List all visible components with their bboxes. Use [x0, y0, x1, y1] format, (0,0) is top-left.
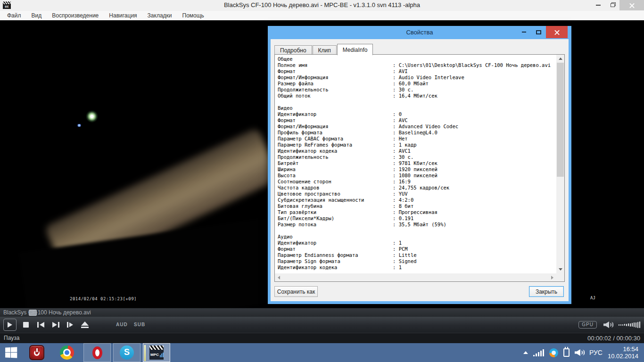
stop-icon — [23, 322, 29, 328]
taskbar-mpc-button[interactable]: MPC — [143, 343, 170, 362]
vertical-scroll-thumb[interactable] — [557, 63, 564, 177]
close-dialog-button[interactable]: Закрыть — [529, 286, 564, 297]
mediainfo-row: Битрейт: 9781 Кбит/сек — [278, 160, 556, 166]
play-icon — [8, 322, 12, 328]
horizontal-scrollbar[interactable] — [275, 273, 556, 281]
arrow-down-icon — [559, 268, 562, 271]
mediainfo-row: Идентификатор: 1 — [278, 240, 556, 246]
scroll-up-button[interactable] — [556, 55, 564, 63]
stop-button[interactable] — [20, 317, 32, 333]
vertical-scrollbar[interactable] — [556, 55, 564, 273]
mediainfo-row: Ширина: 1920 пикселей — [278, 166, 556, 173]
seek-bar[interactable]: BlackSys CF-100 Ночь дерево.avi — [0, 308, 644, 317]
volume-slider[interactable] — [619, 317, 640, 333]
player-controls: AUD SUB GPU — [0, 317, 644, 333]
clock-time: 16:54 — [608, 346, 638, 353]
chrome-shortcut[interactable] — [60, 346, 74, 360]
audio-track-button[interactable]: AUD — [116, 317, 128, 333]
eject-icon — [81, 321, 89, 326]
distant-blue-light — [77, 124, 82, 127]
gpu-badge: GPU — [578, 321, 597, 329]
save-as-button[interactable]: Сохранить как — [274, 286, 318, 297]
mediainfo-section-header — [278, 228, 556, 234]
frame-step-button[interactable] — [63, 317, 76, 333]
tray-app-icon[interactable] — [549, 348, 558, 357]
minimize-icon — [596, 5, 601, 6]
mediainfo-row: Цветовое пространство: YUV — [278, 191, 556, 197]
mediainfo-section-header — [278, 99, 556, 105]
status-bar: Пауза 00:00:02 / 00:00:30 — [0, 333, 644, 343]
start-button[interactable] — [5, 347, 17, 358]
volume-bar — [619, 324, 619, 326]
system-tray: РУС 16:54 10.02.2014 — [523, 343, 644, 362]
arrow-left-icon — [278, 276, 280, 280]
volume-bar — [639, 321, 640, 328]
dialog-minimize-button[interactable] — [517, 26, 531, 38]
volume-bar — [637, 322, 638, 328]
mediainfo-row: Бит/(Пиксели*Кадры): 0.191 — [278, 215, 556, 222]
mediainfo-row: Формат/Информация: Audio Video Interleav… — [278, 74, 556, 81]
subtitle-track-button[interactable]: SUB — [134, 317, 145, 333]
volume-bar — [620, 324, 621, 326]
eject-button[interactable] — [78, 317, 91, 333]
mediainfo-row: Субдискретизация насыщенности: 4:2:0 — [278, 197, 556, 203]
mediainfo-row: Профиль формата: Baseline@L4.0 — [278, 130, 556, 136]
menu-item[interactable]: Помощь — [177, 11, 209, 20]
mediainfo-row: Продолжительность: 30 с. — [278, 154, 556, 160]
volume-bar — [626, 324, 627, 326]
seekbar-filename-label: BlackSys CF-100 Ночь дерево.avi — [3, 308, 91, 317]
menu-item[interactable]: Воспроизведение — [47, 11, 104, 20]
dialog-maximize-button[interactable] — [531, 26, 546, 38]
opera-icon — [92, 346, 102, 359]
scrollbar-corner — [556, 273, 564, 281]
mediainfo-row: Размер файла: 60,0 Мбайт — [278, 81, 556, 87]
mediainfo-section-header: Аудио — [278, 234, 556, 240]
tab-podrobno[interactable]: Подробно — [274, 45, 312, 55]
next-button[interactable] — [49, 317, 62, 333]
tab-klip[interactable]: Клип — [313, 45, 337, 55]
menu-item[interactable]: Закладки — [142, 11, 177, 20]
mediainfo-row: Частота кадров: 24,755 кадров/сек — [278, 185, 556, 191]
close-button[interactable] — [619, 0, 644, 10]
menu-item[interactable]: Навигация — [104, 11, 142, 20]
titlebar: BE BlackSys CF-100 Ночь дерево.avi - MPC… — [0, 0, 644, 11]
taskbar-opera-button[interactable] — [83, 343, 111, 362]
dialog-close-button[interactable] — [546, 26, 568, 38]
minimize-button[interactable] — [591, 0, 605, 10]
language-indicator[interactable]: РУС — [589, 349, 603, 356]
volume-bar — [634, 322, 635, 327]
close-icon — [554, 30, 560, 35]
mediainfo-row: Идентификатор кодека: AVC1 — [278, 148, 556, 154]
scroll-left-button[interactable] — [275, 273, 283, 281]
menu-item[interactable]: Вид — [26, 11, 47, 20]
window-controls — [591, 0, 644, 11]
mediainfo-row: Идентификатор кодека: 1 — [278, 264, 556, 271]
tab-mediainfo[interactable]: MediaInfo — [337, 44, 373, 55]
mpc-active-stripe — [144, 345, 146, 361]
tray-expand-icon[interactable] — [523, 351, 528, 354]
play-button[interactable] — [3, 319, 17, 331]
taskbar-skype-button[interactable]: S — [113, 343, 140, 362]
battery-plug-icon[interactable] — [563, 348, 570, 357]
scroll-right-button[interactable] — [548, 273, 556, 281]
mediainfo-row: Тип развёртки: Прогрессивная — [278, 209, 556, 215]
scroll-down-button[interactable] — [556, 265, 564, 273]
restore-button[interactable] — [605, 0, 619, 10]
next-icon — [52, 322, 57, 328]
volume-bar — [630, 323, 631, 327]
mediainfo-row: Формат: AVI — [278, 68, 556, 74]
clock-date: 10.02.2014 — [608, 353, 638, 360]
mediainfo-row: Соотношение сторон: 16:9 — [278, 179, 556, 185]
mute-button[interactable] — [603, 321, 614, 328]
clock[interactable]: 16:54 10.02.2014 — [608, 346, 638, 360]
streetlight-glow — [86, 110, 98, 123]
mediainfo-row: Высота: 1080 пикселей — [278, 173, 556, 179]
mediainfo-row: Параметр Sign формата: Signed — [278, 258, 556, 264]
menu-item[interactable]: Файл — [2, 11, 26, 20]
network-signal-icon[interactable] — [533, 349, 544, 356]
tray-volume-icon[interactable] — [575, 349, 584, 356]
menu-bar: ФайлВидВоспроизведениеНавигацияЗакладкиП… — [0, 11, 644, 20]
previous-button[interactable] — [34, 317, 47, 333]
power-shortcut[interactable] — [29, 345, 44, 360]
mediainfo-row: Формат: AVC — [278, 117, 556, 123]
